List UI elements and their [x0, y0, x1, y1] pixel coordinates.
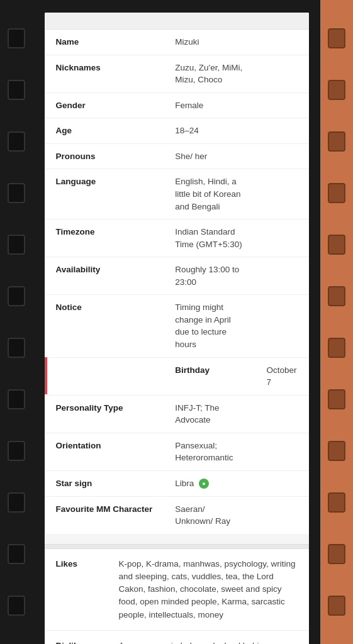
section-divider: [45, 544, 309, 549]
about-row: PronounsShe/ her: [45, 143, 309, 169]
likes-dislikes-table: LikesK-pop, K-drama, manhwas, psychology…: [45, 549, 309, 644]
about-label: Pronouns: [45, 143, 164, 169]
about-label: Notice: [45, 295, 164, 357]
about-label: Availability: [45, 257, 164, 295]
film-hole: [8, 544, 25, 564]
about-label: Personality Type: [45, 395, 164, 433]
film-hole: [328, 28, 345, 48]
film-hole: [328, 286, 345, 306]
about-value: Saeran/ Unknown/ Ray: [164, 496, 255, 534]
about-value: English, Hindi, a little bit of Korean a…: [164, 169, 255, 219]
film-hole: [8, 286, 25, 306]
film-hole: [8, 596, 25, 616]
likes-value: Any narrow minded people, loud babies, u…: [108, 630, 309, 644]
film-hole: [328, 544, 345, 564]
about-table: NameMizukiNicknamesZuzu, Zu'er, MiMi, Mi…: [45, 30, 309, 534]
film-hole: [328, 389, 345, 409]
film-strip-left: [0, 0, 33, 644]
about-row: Star signLibra ●: [45, 470, 309, 496]
film-hole: [8, 389, 25, 409]
film-hole: [8, 492, 25, 513]
about-value: Timing might change in April due to lect…: [164, 295, 255, 357]
about-value: 18–24: [164, 118, 255, 144]
film-hole: [8, 80, 25, 100]
film-hole: [328, 183, 345, 203]
about-row: BirthdayOctober 7: [45, 357, 309, 395]
about-value: Mizuki: [164, 30, 255, 55]
film-hole: [328, 338, 345, 358]
about-value: Female: [164, 92, 255, 118]
film-strip-right: [320, 0, 353, 644]
about-label: Favourite MM Character: [45, 496, 164, 534]
about-value: October 7: [255, 357, 309, 395]
film-hole: [8, 338, 25, 358]
truncated-label: [45, 534, 309, 544]
profile-card: NameMizukiNicknamesZuzu, Zu'er, MiMi, Mi…: [45, 13, 309, 644]
about-row: Favourite MM CharacterSaeran/ Unknown/ R…: [45, 496, 309, 534]
about-row: NameMizuki: [45, 30, 309, 55]
about-row: AvailabilityRoughly 13:00 to 23:00: [45, 257, 309, 295]
about-label: Orientation: [45, 433, 164, 470]
about-label: Name: [45, 30, 164, 55]
film-hole: [8, 131, 25, 152]
about-value: Indian Standard Time (GMT+5:30): [164, 219, 255, 257]
about-row: TimezoneIndian Standard Time (GMT+5:30): [45, 219, 309, 257]
about-row: OrientationPansexual; Heteroromantic: [45, 433, 309, 470]
likes-row: DislikesAny narrow minded people, loud b…: [45, 630, 309, 644]
likes-label: Dislikes: [45, 630, 108, 644]
about-label: Birthday: [164, 357, 255, 395]
about-row: Personality TypeINFJ-T; The Advocate: [45, 395, 309, 433]
about-value: Pansexual; Heteroromantic: [164, 433, 255, 470]
about-value: Roughly 13:00 to 23:00: [164, 257, 255, 295]
about-value: She/ her: [164, 143, 255, 169]
about-row: GenderFemale: [45, 92, 309, 118]
libra-badge: ●: [199, 479, 209, 489]
about-label: Star sign: [45, 470, 164, 496]
about-label: Language: [45, 169, 164, 219]
film-hole: [328, 80, 345, 100]
about-value: Libra ●: [164, 470, 255, 496]
film-hole: [328, 441, 345, 461]
film-hole: [328, 235, 345, 255]
film-hole: [8, 183, 25, 203]
likes-row: LikesK-pop, K-drama, manhwas, psychology…: [45, 549, 309, 631]
likes-label: Likes: [45, 549, 108, 631]
film-hole: [328, 131, 345, 152]
birthday-marker: [45, 357, 47, 394]
likes-value: K-pop, K-drama, manhwas, psychology, wri…: [108, 549, 309, 631]
about-section-title: [45, 13, 309, 30]
about-label: Timezone: [45, 219, 164, 257]
film-hole: [8, 28, 25, 48]
about-row: NoticeTiming might change in April due t…: [45, 295, 309, 357]
film-hole: [328, 492, 345, 513]
about-row: Age18–24: [45, 118, 309, 144]
about-row: LanguageEnglish, Hindi, a little bit of …: [45, 169, 309, 219]
about-label: Age: [45, 118, 164, 144]
about-label: Nicknames: [45, 55, 164, 92]
about-label: Gender: [45, 92, 164, 118]
film-hole: [8, 441, 25, 461]
about-row: NicknamesZuzu, Zu'er, MiMi, Mizu, Choco: [45, 55, 309, 92]
film-hole: [328, 596, 345, 616]
about-value: INFJ-T; The Advocate: [164, 395, 255, 433]
film-hole: [8, 235, 25, 255]
about-value: Zuzu, Zu'er, MiMi, Mizu, Choco: [164, 55, 255, 92]
